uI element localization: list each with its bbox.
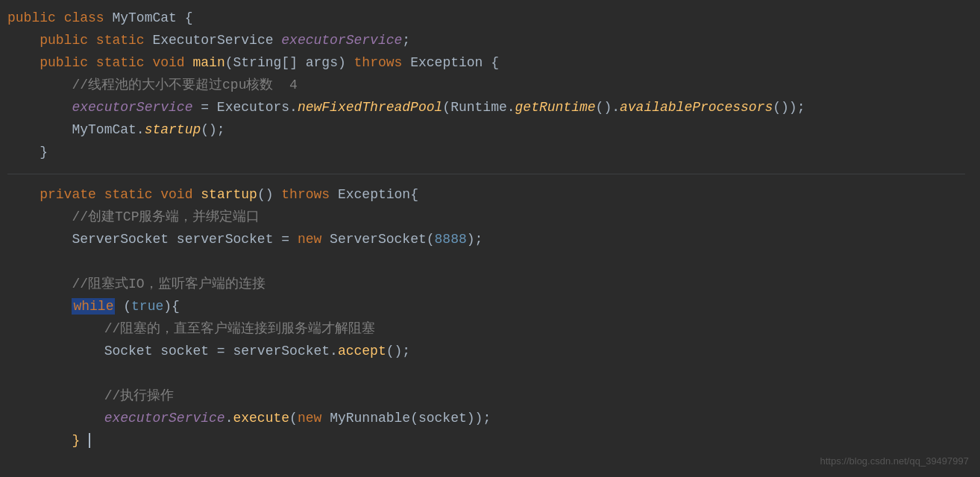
code-line-18: //执行操作 [7, 385, 965, 408]
line-content: executorService.execute(new MyRunnable(s… [7, 408, 958, 429]
line-content: Socket socket = serverSocket.accept(); [7, 341, 958, 362]
line-content: //创建TCP服务端，并绑定端口 [7, 206, 958, 228]
code-line-15: //阻塞的，直至客户端连接到服务端才解阻塞 [7, 318, 965, 341]
code-line-14: while (true){ [7, 296, 965, 318]
line-content: ServerSocket serverSocket = new ServerSo… [7, 229, 958, 250]
line-content: private static void startup() throws Exc… [7, 184, 958, 206]
line-content: //线程池的大小不要超过cpu核数 4 [7, 75, 958, 96]
code-line-13: //阻塞式IO，监听客户端的连接 [7, 274, 965, 296]
code-container: public class MyTomCat { public static Ex… [0, 0, 980, 477]
code-line-4: //线程池的大小不要超过cpu核数 4 [7, 75, 965, 97]
code-divider2 [7, 178, 965, 184]
code-divider [7, 164, 965, 170]
code-line-16: Socket socket = serverSocket.accept(); [7, 341, 965, 363]
code-line-11: ServerSocket serverSocket = new ServerSo… [7, 229, 965, 251]
line-content: MyTomCat.startup(); [7, 119, 958, 141]
line-content: } [7, 430, 958, 452]
code-line-empty1 [7, 251, 965, 274]
line-content: while (true){ [7, 296, 958, 318]
line-content: //阻塞式IO，监听客户端的连接 [7, 274, 958, 295]
code-line-empty2 [7, 363, 965, 385]
line-content: public static ExecutorService executorSe… [7, 30, 958, 51]
code-line-3: public static void main(String[] args) t… [7, 52, 965, 75]
line-content: public class MyTomCat { [7, 7, 958, 29]
code-line-2: public static ExecutorService executorSe… [7, 30, 965, 52]
code-line-20: } [7, 430, 965, 452]
watermark: https://blog.csdn.net/qq_39497997 [820, 454, 970, 470]
code-separator [7, 174, 965, 174]
line-content [7, 363, 958, 385]
line-content: //执行操作 [7, 385, 958, 407]
line-content: public static void main(String[] args) t… [7, 52, 958, 74]
code-line-7: } [7, 142, 965, 164]
line-content: //阻塞的，直至客户端连接到服务端才解阻塞 [7, 318, 958, 340]
line-content [7, 452, 958, 474]
code-line-1: public class MyTomCat { [7, 7, 965, 30]
line-content [7, 251, 958, 273]
line-content: } [7, 142, 958, 163]
code-line-5: executorService = Executors.newFixedThre… [7, 97, 965, 119]
code-block: public class MyTomCat { public static Ex… [0, 7, 980, 477]
code-line-6: MyTomCat.startup(); [7, 119, 965, 142]
code-line-19: executorService.execute(new MyRunnable(s… [7, 408, 965, 430]
code-line-10: //创建TCP服务端，并绑定端口 [7, 206, 965, 229]
code-line-9: private static void startup() throws Exc… [7, 184, 965, 206]
line-content: executorService = Executors.newFixedThre… [7, 97, 958, 119]
